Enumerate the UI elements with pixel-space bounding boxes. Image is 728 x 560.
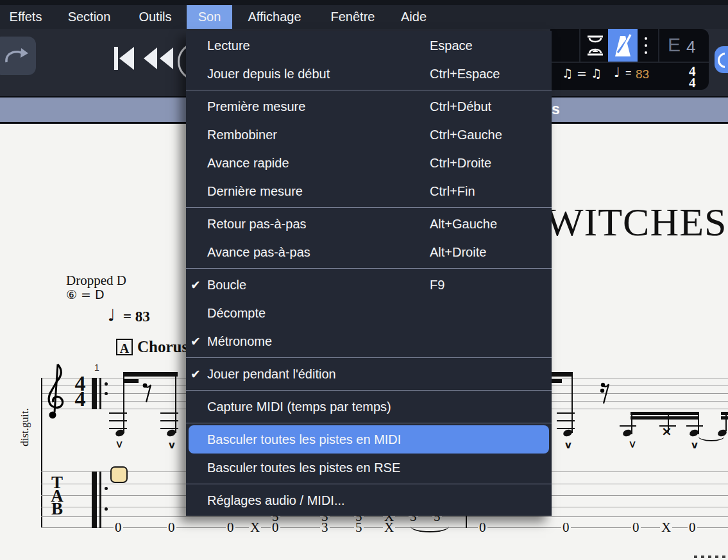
edit-cursor[interactable] xyxy=(110,466,128,483)
menu-separator xyxy=(186,357,552,358)
clipped-dot xyxy=(715,556,718,558)
track-label[interactable]: dist.guit. xyxy=(19,392,31,462)
menu-separator xyxy=(186,90,552,90)
skip-to-start-button[interactable] xyxy=(112,46,135,71)
pick-stroke-mark: v xyxy=(691,439,698,451)
clipped-dot xyxy=(722,556,725,558)
note-stem xyxy=(175,375,176,433)
tab-fret-number[interactable]: 0 xyxy=(478,521,487,534)
tab-fret-number[interactable]: 0 xyxy=(167,521,176,534)
ledger-line xyxy=(160,420,178,421)
metronome-toggle-button[interactable] xyxy=(608,29,638,62)
menu-separator xyxy=(186,423,552,423)
tab-fret-number[interactable]: 0 xyxy=(631,521,641,534)
tuning-detail: ⑥ = D xyxy=(66,287,105,301)
menu-item-derniere-mesure[interactable]: Dernière mesure Ctrl+Fin xyxy=(186,177,552,205)
menu-separator xyxy=(186,268,552,269)
tempo-value[interactable]: 83 xyxy=(636,67,649,81)
menu-item-capture-midi[interactable]: Capture MIDI (temps par temps) xyxy=(186,393,552,421)
tab-fret-number[interactable]: X xyxy=(383,521,395,534)
menu-item-basculer-pistes-midi[interactable]: Basculer toutes les pistes en MIDI xyxy=(189,425,549,454)
menu-item-lecture[interactable]: Lecture Espace xyxy=(186,31,552,60)
panel-divider xyxy=(579,29,580,62)
menu-affichage[interactable]: Affichage xyxy=(241,5,309,29)
tab-fret-number[interactable]: X xyxy=(660,521,672,534)
menu-separator xyxy=(186,390,552,391)
menu-son[interactable]: Son xyxy=(187,5,232,29)
note-stem xyxy=(571,375,573,433)
tab-fret-number[interactable]: 0 xyxy=(271,521,280,534)
tab-fret-number[interactable]: 3 xyxy=(320,521,330,534)
menu-item-avance-rapide[interactable]: Avance rapide Ctrl+Droite xyxy=(186,149,552,177)
section-name: Chorus xyxy=(137,338,188,356)
kebab-menu-icon[interactable] xyxy=(645,51,647,54)
tab-fret-number[interactable]: 0 xyxy=(226,521,235,534)
guitar-pro-window: WITCHES Dropped D ⑥ = D ♩ = 83 A Chorus … xyxy=(0,0,728,560)
panel-divider xyxy=(658,29,659,62)
tab-clef: T A B xyxy=(49,476,65,516)
ledger-line xyxy=(109,428,127,429)
repeat-dot xyxy=(105,507,108,511)
note-stem xyxy=(123,375,124,433)
tab-fret-number[interactable]: 5 xyxy=(354,521,364,534)
menu-item-metronome[interactable]: ✔ Métronome xyxy=(186,327,552,355)
metronome-icon xyxy=(613,33,633,58)
redo-button[interactable] xyxy=(0,37,36,75)
rewind-button[interactable] xyxy=(142,47,175,70)
repeat-barline-thick xyxy=(92,378,97,409)
menu-item-rembobiner[interactable]: Rembobiner Ctrl+Gauche xyxy=(186,121,552,149)
menu-item-avance-pas-a-pas[interactable]: Avance pas-à-pas Alt+Droite xyxy=(186,238,552,266)
menu-separator xyxy=(186,207,552,208)
check-icon: ✔ xyxy=(190,360,201,388)
tab-fret-number[interactable]: X xyxy=(249,521,261,534)
menu-aide[interactable]: Aide xyxy=(397,5,430,29)
ledger-line xyxy=(557,428,575,429)
notehead xyxy=(115,428,125,437)
kebab-menu-icon[interactable] xyxy=(645,44,647,47)
repeat-dot xyxy=(105,392,108,395)
tab-fret-number[interactable]: 0 xyxy=(114,521,123,534)
clipped-dot xyxy=(708,556,711,558)
kebab-menu-icon[interactable] xyxy=(645,37,647,40)
collapsed-side-button[interactable] xyxy=(715,46,728,73)
pick-stroke-mark: v xyxy=(565,439,571,451)
timesig-bottom[interactable]: 4 xyxy=(689,76,696,90)
tempo-note-icon: ♩ xyxy=(614,65,620,80)
menu-item-basculer-pistes-rse[interactable]: Basculer toutes les pistes en RSE xyxy=(186,454,552,482)
menu-item-jouer-pendant-edition[interactable]: ✔ Jouer pendant l'édition xyxy=(186,360,552,388)
redo-arrow-icon xyxy=(4,46,30,66)
section-letter-box: A xyxy=(116,339,133,355)
menu-fenetre[interactable]: Fenêtre xyxy=(325,5,380,29)
feel-indicator[interactable]: ♫ = ♫ xyxy=(562,66,602,80)
tab-fret-number[interactable]: 0 xyxy=(688,521,697,534)
son-dropdown-menu: Lecture Espace Jouer depuis le début Ctr… xyxy=(186,31,552,516)
accent-mark: > xyxy=(627,441,638,449)
notehead xyxy=(622,428,632,437)
menu-item-jouer-depuis-le-debut[interactable]: Jouer depuis le début Ctrl+Espace xyxy=(186,60,552,88)
ledger-line xyxy=(557,420,575,421)
hourglass-icon[interactable] xyxy=(585,35,605,56)
note-beam-stub xyxy=(721,412,728,415)
menu-item-decompte[interactable]: Décompte xyxy=(186,299,552,327)
menu-effets[interactable]: Effets xyxy=(4,5,47,29)
ledger-line xyxy=(620,425,636,427)
eighth-rest-icon xyxy=(142,382,153,403)
clipped-dot xyxy=(701,556,704,558)
tab-fret-number[interactable]: 0 xyxy=(561,521,571,534)
menu-item-retour-pas-a-pas[interactable]: Retour pas-à-pas Alt+Gauche xyxy=(186,210,552,238)
note-beam-stub xyxy=(550,379,562,383)
note-display-letter: E xyxy=(668,34,681,56)
accent-mark: > xyxy=(114,441,125,449)
menu-item-premiere-mesure[interactable]: Première mesure Ctrl+Début xyxy=(186,92,552,121)
menu-separator xyxy=(186,484,552,484)
tempo-equals: = xyxy=(625,67,631,79)
song-title: WITCHES xyxy=(546,199,727,245)
ledger-line xyxy=(557,412,575,414)
clipped-dot xyxy=(694,556,697,558)
notehead xyxy=(166,428,176,437)
menu-item-boucle[interactable]: ✔ Boucle F9 xyxy=(186,271,552,299)
treble-clef-icon xyxy=(42,362,69,421)
menu-section[interactable]: Section xyxy=(62,5,116,29)
menu-item-reglages-audio-midi[interactable]: Réglages audio / MIDI... xyxy=(186,486,552,514)
menu-outils[interactable]: Outils xyxy=(133,5,178,29)
